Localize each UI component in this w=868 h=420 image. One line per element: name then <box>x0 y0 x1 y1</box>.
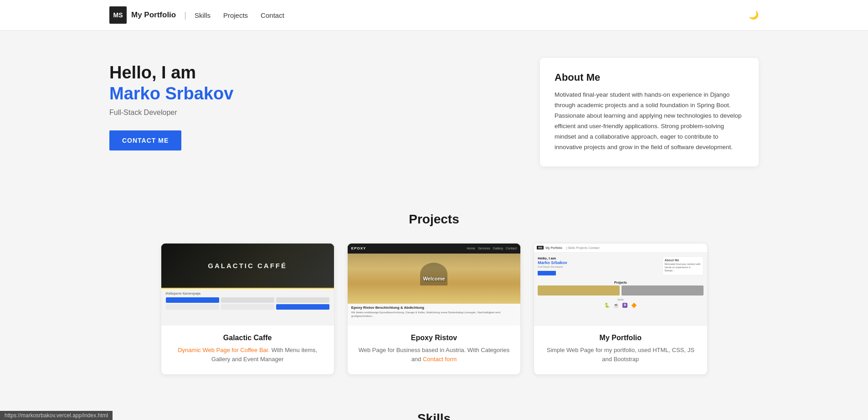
nav-link-contact[interactable]: Contact <box>261 11 284 19</box>
nav-divider: | <box>184 10 186 20</box>
skills-section-title: Skills <box>55 411 813 420</box>
galactic-bottom: Изберете Категорија <box>161 289 334 326</box>
epoxy-screenshot: EPOXY Home Services Gallery Contact Welc… <box>348 244 520 326</box>
project-card-epoxy[interactable]: EPOXY Home Services Gallery Contact Welc… <box>347 243 521 375</box>
about-title: About Me <box>555 72 744 83</box>
epoxy-nav: EPOXY Home Services Gallery Contact <box>348 244 520 254</box>
skills-section: Skills <box>0 393 868 420</box>
galactic-top: GALACTIC CAFFÉ <box>161 244 334 289</box>
hero-left: Hello, I am Marko Srbakov Full-Stack Dev… <box>109 58 513 150</box>
project-name-portfolio: My Portfolio <box>543 334 698 342</box>
hero-subtitle: Full-Stack Developer <box>109 109 513 117</box>
portfolio-screenshot: MS My Portfolio | Skills Projects Contac… <box>534 244 707 326</box>
hero-name: Marko Srbakov <box>109 83 513 104</box>
project-info-portfolio: My Portfolio Simple Web Page for my port… <box>534 326 707 375</box>
nav-link-skills[interactable]: Skills <box>195 11 211 19</box>
dark-mode-toggle[interactable]: 🌙 <box>749 10 759 20</box>
project-card-portfolio[interactable]: MS My Portfolio | Skills Projects Contac… <box>534 243 707 375</box>
about-card: About Me Motivated final-year student wi… <box>540 58 759 166</box>
nav-links: Skills Projects Contact <box>195 11 284 19</box>
epoxy-body: Epoxy Ristov Beschichtung & Abdichtung W… <box>348 304 520 326</box>
project-info-epoxy: Epoxy Ristov Web Page for Business based… <box>348 326 520 375</box>
project-name-galactic: Galactic Caffe <box>170 334 325 342</box>
projects-section: Projects GALACTIC CAFFÉ Изберете Категор… <box>0 189 868 394</box>
projects-section-title: Projects <box>55 212 813 227</box>
navbar: MS My Portfolio | Skills Projects Contac… <box>0 0 868 31</box>
projects-grid: GALACTIC CAFFÉ Изберете Категорија <box>161 243 708 375</box>
nav-logo: MS <box>109 6 127 24</box>
project-desc-galactic: Dynamic Web Page for Coffee Bar. With Me… <box>170 346 325 365</box>
about-text: Motivated final-year student with hands-… <box>555 90 744 153</box>
project-info-galactic: Galactic Caffe Dynamic Web Page for Coff… <box>161 326 334 375</box>
project-name-epoxy: Epoxy Ristov <box>357 334 511 342</box>
nav-link-projects[interactable]: Projects <box>223 11 248 19</box>
hero-section: Hello, I am Marko Srbakov Full-Stack Dev… <box>0 31 868 189</box>
project-desc-portfolio: Simple Web Page for my portfolio, used H… <box>543 346 698 365</box>
galactic-screenshot: GALACTIC CAFFÉ Изберете Категорија <box>161 244 334 326</box>
contact-me-button[interactable]: CONTACT ME <box>109 130 181 150</box>
project-desc-epoxy: Web Page for Business based in Austria. … <box>357 346 511 365</box>
pf-nav: MS My Portfolio | Skills Projects Contac… <box>534 244 707 253</box>
pf-projects: Projects <box>534 279 707 297</box>
hero-greeting: Hello, I am <box>109 62 513 83</box>
epoxy-hero-img: Welcome <box>348 254 520 304</box>
status-bar: https://markosrbakov.vercel.app/index.ht… <box>0 411 113 420</box>
nav-logo-wrapper: MS My Portfolio <box>109 6 176 24</box>
nav-title: My Portfolio <box>131 10 176 20</box>
project-card-galactic[interactable]: GALACTIC CAFFÉ Изберете Категорија <box>161 243 334 375</box>
pf-hero: Hello, I am Marko Srbakov Full-Stack Dev… <box>534 253 707 279</box>
